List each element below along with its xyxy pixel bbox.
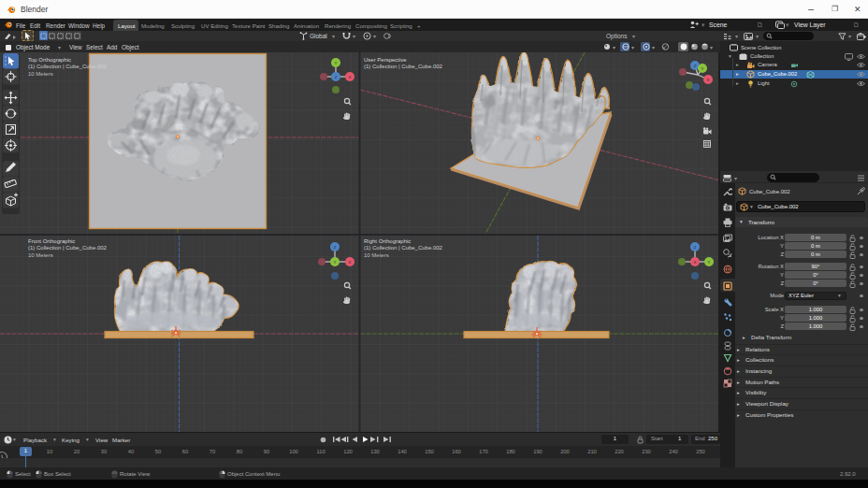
svg-text:Y: Y — [708, 260, 711, 265]
svg-text:(1) Collection | Cube_Cube.002: (1) Collection | Cube_Cube.002 — [364, 64, 443, 69]
svg-text:User Perspective: User Perspective — [364, 57, 407, 63]
svg-text:Top Orthographic: Top Orthographic — [28, 57, 71, 63]
svg-text:Z: Z — [694, 64, 697, 68]
svg-text:Z: Z — [694, 245, 697, 250]
svg-text:(1) Collection | Cube_Cube.002: (1) Collection | Cube_Cube.002 — [364, 245, 443, 251]
svg-text:Y: Y — [334, 260, 337, 265]
svg-text:Front Orthographic: Front Orthographic — [28, 238, 75, 244]
svg-text:Y: Y — [702, 66, 704, 71]
svg-text:X: X — [694, 260, 697, 265]
svg-text:Y: Y — [335, 61, 338, 65]
svg-text:Right Orthographic: Right Orthographic — [364, 238, 411, 244]
svg-text:(1) Collection | Cube_Cube.002: (1) Collection | Cube_Cube.002 — [28, 64, 108, 69]
svg-text:(1) Collection | Cube_Cube.002: (1) Collection | Cube_Cube.002 — [28, 245, 108, 251]
svg-text:10 Meters: 10 Meters — [28, 252, 53, 258]
svg-text:X: X — [349, 260, 352, 265]
svg-text:X: X — [707, 78, 710, 82]
svg-text:Z: Z — [335, 75, 338, 79]
svg-text:X: X — [349, 75, 352, 79]
svg-text:10 Meters: 10 Meters — [364, 252, 389, 258]
svg-text:10 Meters: 10 Meters — [28, 71, 53, 77]
svg-text:Z: Z — [334, 245, 337, 250]
